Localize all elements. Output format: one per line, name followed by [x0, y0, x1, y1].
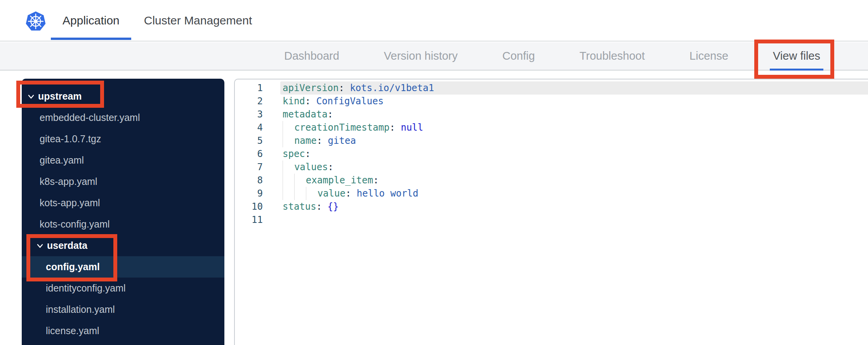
token-punc: :: [345, 188, 351, 199]
code-line-9[interactable]: 9value: hello world: [235, 187, 868, 200]
indent-guide: [294, 187, 306, 200]
code-line-content: metadata:: [280, 108, 868, 121]
indent-guide: [283, 187, 294, 200]
token-str: ConfigValues: [311, 96, 384, 107]
tree-item-label: k8s-app.yaml: [40, 176, 97, 187]
topbar-tabs: ApplicationCluster Management: [51, 0, 264, 41]
token-key: metadata: [283, 109, 328, 120]
code-line-2[interactable]: 2kind: ConfigValues: [235, 95, 868, 108]
tree-file-license-yaml[interactable]: license.yaml: [22, 320, 224, 342]
code-line-content: apiVersion: kots.io/v1beta1: [280, 81, 868, 95]
tree-file-gitea-yaml[interactable]: gitea.yaml: [22, 150, 224, 171]
token-punc: :: [328, 162, 333, 172]
code-line-content: [280, 213, 868, 226]
token-punc: :: [305, 148, 311, 159]
token-punc: :: [328, 109, 333, 120]
tree-file-installation-yaml[interactable]: installation.yaml: [22, 299, 224, 320]
line-number: 5: [235, 134, 263, 147]
nav-tab-troubleshoot[interactable]: Troubleshoot: [580, 42, 645, 70]
nav-tab-dashboard[interactable]: Dashboard: [284, 42, 339, 70]
tree-folder-userdata[interactable]: userdata: [22, 235, 224, 256]
token-key: kind: [283, 96, 305, 107]
nav-tab-label: Config: [502, 50, 535, 62]
line-number: 6: [235, 147, 263, 160]
tree-item-label: installation.yaml: [46, 304, 115, 315]
nav-tab-license[interactable]: License: [689, 42, 728, 70]
topbar-tab-label: Application: [62, 14, 120, 27]
token-str: kots.io/v1beta1: [344, 83, 434, 93]
token-key: name: [294, 135, 317, 146]
file-tree-sidebar: upstreamembedded-cluster.yamlgitea-1.0.7…: [22, 79, 224, 345]
code-line-content: name: gitea: [280, 134, 868, 147]
nav-tab-label: Version history: [384, 50, 458, 62]
line-number: 3: [235, 108, 263, 121]
kubernetes-logo-icon: [25, 11, 47, 32]
token-key: values: [294, 162, 328, 172]
token-key: example_item: [306, 175, 373, 186]
code-line-content: status: {}: [280, 200, 868, 213]
code-line-6[interactable]: 6spec:: [235, 147, 868, 160]
tree-file-embedded-cluster-yaml[interactable]: embedded-cluster.yaml: [22, 107, 224, 128]
indent-guide: [306, 187, 318, 200]
nav-tab-config[interactable]: Config: [502, 42, 535, 70]
topbar-tab-application[interactable]: Application: [51, 0, 131, 41]
line-number: 4: [235, 121, 263, 134]
token-punc: :: [317, 135, 322, 146]
tree-folder-upstream[interactable]: upstream: [22, 86, 224, 107]
tree-item-label: gitea.yaml: [40, 155, 84, 166]
code-line-10[interactable]: 10status: {}: [235, 200, 868, 213]
code-line-content: creationTimestamp: null: [280, 121, 868, 134]
tree-item-label: kots-app.yaml: [40, 197, 100, 209]
tree-item-label: kots-config.yaml: [40, 219, 110, 230]
topbar-tab-cluster-management[interactable]: Cluster Management: [132, 0, 264, 41]
code-line-content: value: hello world: [280, 187, 868, 200]
code-line-content: values:: [280, 160, 868, 174]
code-line-content: spec:: [280, 147, 868, 160]
token-str: gitea: [322, 135, 356, 146]
code-line-4[interactable]: 4creationTimestamp: null: [235, 121, 868, 134]
token-atom: null: [395, 122, 423, 133]
nav-tab-label: Troubleshoot: [580, 50, 645, 62]
tree-file-kots-config-yaml[interactable]: kots-config.yaml: [22, 214, 224, 235]
line-number: 10: [235, 200, 263, 213]
token-punc: :: [316, 201, 322, 212]
nav-tab-label: License: [689, 50, 728, 62]
indent-guide: [283, 121, 294, 134]
tree-file-identityconfig-yaml[interactable]: identityconfig.yaml: [22, 278, 224, 299]
chevron-down-icon: [36, 242, 44, 250]
code-line-3[interactable]: 3metadata:: [235, 108, 868, 121]
token-key: value: [318, 188, 345, 199]
token-key: spec: [283, 148, 305, 159]
yaml-code-editor[interactable]: 1apiVersion: kots.io/v1beta12kind: Confi…: [234, 79, 868, 345]
code-line-content: example_item:: [280, 174, 868, 187]
code-line-5[interactable]: 5name: gitea: [235, 134, 868, 147]
tree-item-label: userdata: [47, 240, 87, 251]
code-line-8[interactable]: 8example_item:: [235, 174, 868, 187]
indent-guide: [283, 174, 294, 187]
tree-file-gitea-1-0-7-tgz[interactable]: gitea-1.0.7.tgz: [22, 128, 224, 150]
tree-item-label: config.yaml: [46, 261, 100, 273]
code-line-11[interactable]: 11: [235, 213, 868, 226]
tree-item-label: gitea-1.0.7.tgz: [40, 133, 101, 145]
nav-tab-label: View files: [773, 50, 820, 62]
tree-file-k8s-app-yaml[interactable]: k8s-app.yaml: [22, 171, 224, 192]
code-line-1[interactable]: 1apiVersion: kots.io/v1beta1: [235, 81, 868, 95]
nav-tab-version-history[interactable]: Version history: [384, 42, 458, 70]
nav-tab-view-files[interactable]: View files: [773, 42, 820, 70]
tree-item-label: embedded-cluster.yaml: [40, 112, 140, 123]
line-number: 7: [235, 160, 263, 174]
token-key: apiVersion: [283, 83, 339, 93]
code-line-7[interactable]: 7values:: [235, 160, 868, 174]
token-punc: :: [373, 175, 378, 186]
line-number: 8: [235, 174, 263, 187]
indent-guide: [294, 174, 306, 187]
tree-item-label: upstream: [38, 91, 82, 102]
token-key: creationTimestamp: [294, 122, 390, 133]
tree-file-config-yaml[interactable]: config.yaml: [22, 256, 224, 278]
token-key: status: [283, 201, 316, 212]
token-punc: :: [339, 83, 344, 93]
tree-file-kots-app-yaml[interactable]: kots-app.yaml: [22, 192, 224, 214]
line-number: 11: [235, 213, 263, 226]
line-number: 1: [235, 81, 263, 95]
app-nav-bar: DashboardVersion historyConfigTroublesho…: [0, 42, 868, 71]
